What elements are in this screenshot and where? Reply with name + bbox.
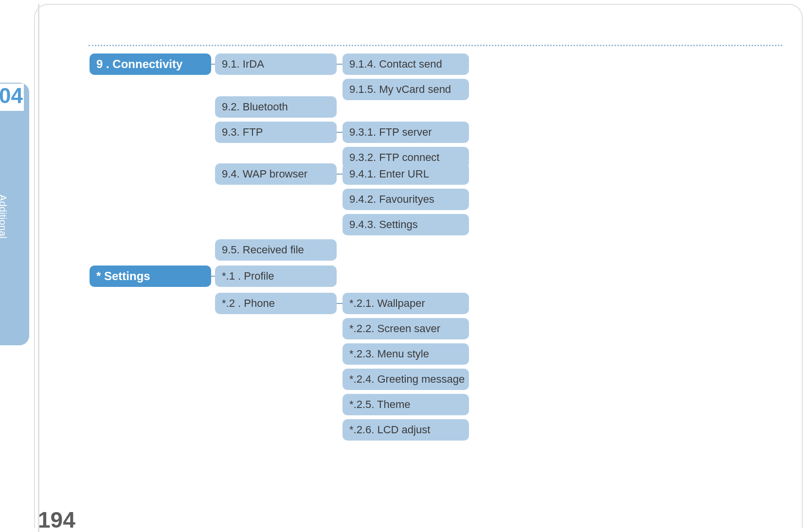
item-my-vcard-send: 9.1.5. My vCard send	[342, 79, 469, 100]
item-wallpaper: *.2.1. Wallpaper	[342, 293, 469, 314]
dotted-rule	[89, 45, 782, 46]
item-profile: *.1 . Profile	[215, 266, 337, 287]
item-phone: *.2 . Phone	[215, 293, 337, 314]
item-theme: *.2.5. Theme	[342, 394, 469, 415]
page-number: 194	[38, 507, 75, 532]
item-ftp-server: 9.3.1. FTP server	[342, 122, 469, 143]
section-connectivity: 9 . Connectivity	[90, 53, 211, 75]
item-favourites: 9.4.2. Favourityes	[342, 189, 469, 210]
item-contact-send: 9.1.4. Contact send	[342, 53, 469, 75]
item-wap-browser: 9.4. WAP browser	[215, 163, 337, 185]
item-greeting-message: *.2.4. Greeting message	[342, 369, 469, 390]
item-received-file: 9.5. Received file	[215, 239, 337, 261]
item-lcd-adjust: *.2.6. LCD adjust	[342, 419, 469, 441]
item-menu-style: *.2.3. Menu style	[342, 343, 469, 365]
item-irda: 9.1. IrDA	[215, 53, 337, 75]
chapter-number: 04	[0, 84, 24, 111]
page-frame: 9 . Connectivity 9.1. IrDA 9.1.4. Contac…	[34, 4, 803, 528]
section-settings: * Settings	[90, 266, 211, 287]
item-enter-url: 9.4.1. Enter URL	[342, 163, 469, 185]
item-bluetooth: 9.2. Bluetooth	[215, 96, 337, 118]
chapter-label: Additional	[0, 195, 8, 239]
item-screen-saver: *.2.2. Screen saver	[342, 318, 469, 339]
item-ftp: 9.3. FTP	[215, 122, 337, 143]
item-wap-settings: 9.4.3. Settings	[342, 214, 469, 235]
